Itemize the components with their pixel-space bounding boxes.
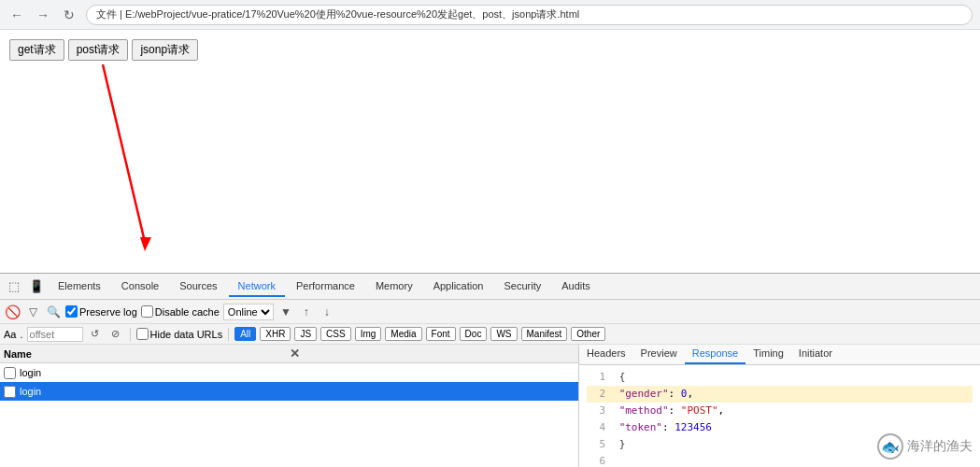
watermark-icon: 🐟 bbox=[877, 433, 903, 460]
inspect-element-icon[interactable]: ⬚ bbox=[4, 276, 24, 297]
filter-css[interactable]: CSS bbox=[320, 327, 351, 341]
filter-input[interactable] bbox=[27, 327, 83, 342]
page-content: get请求 post请求 jsonp请求 bbox=[0, 30, 980, 273]
requests-panel: Name ✕ login login bbox=[0, 345, 579, 467]
table-row[interactable]: login bbox=[0, 363, 578, 382]
back-button[interactable]: ← bbox=[7, 6, 26, 24]
watermark-text: 海洋的渔夫 bbox=[907, 438, 973, 455]
response-line-2: 2 "gender": 0, bbox=[587, 386, 973, 403]
filter-doc[interactable]: Doc bbox=[460, 327, 488, 341]
network-toolbar: 🚫 ▽ 🔍 Preserve log Disable cache Online … bbox=[0, 300, 980, 324]
filter-other[interactable]: Other bbox=[571, 327, 605, 341]
filter-ws[interactable]: WS bbox=[490, 327, 517, 341]
address-text: 文件 | E:/webProject/vue-pratice/17%20Vue%… bbox=[96, 7, 579, 21]
tab-console[interactable]: Console bbox=[112, 276, 168, 297]
request-name-1: login bbox=[20, 367, 575, 378]
name-column-header: Name bbox=[4, 348, 290, 360]
filter-dot-label: . bbox=[20, 329, 22, 340]
filter-all[interactable]: All bbox=[234, 327, 256, 341]
filter-clear-icon[interactable]: ⊘ bbox=[107, 326, 124, 343]
filter-aa-label: Aa bbox=[4, 329, 16, 340]
tab-performance[interactable]: Performance bbox=[287, 276, 364, 297]
search-network-button[interactable]: 🔍 bbox=[45, 304, 62, 320]
export-har-button[interactable]: ↓ bbox=[319, 304, 335, 320]
request-row-checkbox-2[interactable] bbox=[4, 386, 16, 398]
filter-manifest[interactable]: Manifest bbox=[521, 327, 568, 341]
filter-img[interactable]: Img bbox=[355, 327, 382, 341]
response-line-3: 3 "method": "POST", bbox=[587, 403, 973, 419]
tab-network[interactable]: Network bbox=[229, 276, 285, 297]
tab-audits[interactable]: Audits bbox=[552, 276, 600, 297]
tab-security[interactable]: Security bbox=[494, 276, 550, 297]
devtools-tabs-bar: ⬚ 📱 Elements Console Sources Network Per… bbox=[0, 274, 980, 300]
svg-line-0 bbox=[103, 64, 145, 242]
throttle-dropdown-icon[interactable]: ▼ bbox=[277, 304, 294, 320]
response-line-1: 1 { bbox=[587, 369, 973, 386]
forward-button[interactable]: → bbox=[34, 6, 52, 24]
tab-application[interactable]: Application bbox=[424, 276, 493, 297]
table-row-selected[interactable]: login bbox=[0, 382, 578, 401]
filter-refresh-icon[interactable]: ↺ bbox=[87, 326, 104, 343]
get-request-button[interactable]: get请求 bbox=[9, 39, 64, 61]
hide-data-urls-checkbox[interactable]: Hide data URLs bbox=[136, 328, 223, 340]
tab-initiator[interactable]: Initiator bbox=[791, 345, 840, 364]
tab-response[interactable]: Response bbox=[685, 345, 746, 364]
filter-bar: Aa . ↺ ⊘ Hide data URLs All XHR JS CSS I… bbox=[0, 324, 980, 345]
device-toolbar-icon[interactable]: 📱 bbox=[26, 276, 47, 297]
filter-font[interactable]: Font bbox=[426, 327, 456, 341]
network-pane: Name ✕ login login Headers Preview Respo… bbox=[0, 345, 980, 467]
address-bar[interactable]: 文件 | E:/webProject/vue-pratice/17%20Vue%… bbox=[86, 5, 973, 25]
filter-media[interactable]: Media bbox=[385, 327, 421, 341]
clear-requests-button[interactable]: 🚫 bbox=[4, 304, 21, 320]
post-request-button[interactable]: post请求 bbox=[68, 39, 129, 61]
throttle-select[interactable]: Online bbox=[223, 304, 274, 320]
close-requests-panel-icon[interactable]: ✕ bbox=[290, 347, 575, 361]
tab-memory[interactable]: Memory bbox=[366, 276, 422, 297]
import-har-button[interactable]: ↑ bbox=[298, 304, 315, 320]
watermark: 🐟 海洋的渔夫 bbox=[877, 433, 973, 460]
refresh-button[interactable]: ↻ bbox=[60, 6, 78, 24]
tab-headers[interactable]: Headers bbox=[579, 345, 633, 364]
page-buttons: get请求 post请求 jsonp请求 bbox=[9, 39, 971, 61]
disable-cache-checkbox[interactable]: Disable cache bbox=[141, 305, 220, 318]
request-row-checkbox-1[interactable] bbox=[4, 367, 16, 379]
filter-toggle-button[interactable]: ▽ bbox=[24, 304, 41, 320]
preserve-log-checkbox[interactable]: Preserve log bbox=[65, 305, 137, 318]
requests-header: Name ✕ bbox=[0, 345, 578, 363]
jsonp-request-button[interactable]: jsonp请求 bbox=[132, 39, 198, 61]
browser-toolbar: ← → ↻ 文件 | E:/webProject/vue-pratice/17%… bbox=[0, 0, 980, 30]
tab-elements[interactable]: Elements bbox=[49, 276, 110, 297]
tab-timing[interactable]: Timing bbox=[746, 345, 791, 364]
request-name-2: login bbox=[20, 386, 575, 397]
filter-js[interactable]: JS bbox=[294, 327, 317, 341]
tab-sources[interactable]: Sources bbox=[170, 276, 226, 297]
devtools-panel: ⬚ 📱 Elements Console Sources Network Per… bbox=[0, 273, 980, 467]
svg-marker-1 bbox=[140, 237, 151, 251]
details-tabs: Headers Preview Response Timing Initiato… bbox=[579, 345, 980, 365]
tab-preview[interactable]: Preview bbox=[633, 345, 685, 364]
filter-xhr[interactable]: XHR bbox=[260, 327, 291, 341]
